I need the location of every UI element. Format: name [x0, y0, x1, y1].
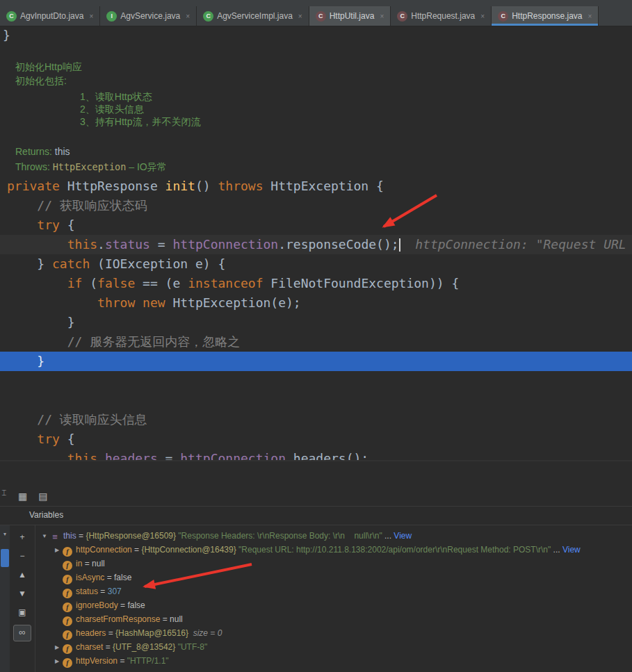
code-token — [7, 412, 37, 427]
class-icon: C — [316, 11, 326, 22]
variable-value: ... — [382, 531, 394, 541]
add-watch-button[interactable]: + — [14, 531, 31, 543]
code-token: private — [7, 179, 60, 193]
tree-chevron-icon[interactable]: ▶ — [51, 543, 63, 557]
variables-header[interactable]: Variables — [0, 506, 632, 525]
tab-AgvServiceImpl.java[interactable]: CAgvServiceImpl.java× — [197, 6, 309, 26]
tree-chevron-icon[interactable]: ▶ — [51, 655, 63, 669]
view-breakpoints-button[interactable]: ∞ — [13, 625, 31, 641]
variable-row[interactable]: ▼≡this = {HttpResponse@16509} "Response … — [35, 529, 632, 543]
remove-watch-button[interactable]: − — [14, 550, 31, 562]
code-line[interactable]: throw new HttpException(e); — [0, 293, 632, 313]
variable-row[interactable]: fisAsync = false — [35, 571, 632, 584]
class-icon: C — [203, 11, 213, 22]
variable-value: = — [82, 559, 92, 568]
variable-value: {HttpConnection@16439} — [141, 545, 238, 555]
layout-settings-icon[interactable]: ▤ — [38, 491, 47, 502]
field-icon: f — [63, 644, 72, 654]
variable-row[interactable]: ▶fhttpConnection = {HttpConnection@16439… — [35, 543, 632, 557]
code-line[interactable]: } — [0, 352, 632, 371]
tab-AgvService.java[interactable]: IAgvService.java× — [100, 6, 197, 26]
grid-view-icon[interactable]: ▦ — [18, 491, 27, 502]
variable-value: null — [92, 559, 105, 568]
code-token: . — [97, 237, 105, 252]
code-token: status — [105, 237, 150, 252]
doc-list-item: 1、读取Http状态 — [80, 90, 632, 103]
tab-label: AgvServiceImpl.java — [217, 11, 293, 21]
copy-value-button[interactable]: ▣ — [14, 606, 31, 618]
variable-value: null — [170, 614, 183, 624]
code-line[interactable]: try { — [0, 429, 632, 449]
code-line[interactable]: } catch (IOException e) { — [0, 254, 632, 274]
variable-row[interactable]: fheaders = {HashMap@16516} size = 0 — [35, 626, 632, 640]
close-tab-icon[interactable]: × — [89, 13, 93, 20]
code-line[interactable]: this.status = httpConnection.responseCod… — [0, 235, 632, 254]
code-token — [7, 432, 37, 446]
tab-label: HttpResponse.java — [512, 11, 582, 21]
variable-value: {HashMap@16516} — [115, 628, 191, 638]
code-token: = — [150, 237, 173, 252]
variable-row[interactable]: fstatus = 307 — [35, 584, 632, 598]
code-line[interactable]: } — [0, 313, 632, 332]
tab-label: AgvInputDto.java — [20, 11, 83, 21]
debug-side-buttons: +−▲▼▣∞ — [10, 525, 35, 672]
variable-name: this — [63, 531, 76, 541]
class-icon: C — [498, 11, 508, 22]
tree-chevron-icon[interactable]: ▶ — [51, 641, 63, 655]
tab-HttpResponse.java[interactable]: CHttpResponse.java× — [492, 6, 599, 26]
returns-value: this — [55, 146, 70, 157]
tool-window-edge-icon[interactable]: ⌶ — [1, 488, 6, 498]
scroll-up-button[interactable]: ▲ — [14, 568, 31, 581]
tab-label: HttpUtil.java — [330, 11, 375, 21]
tab-AgvInputDto.java[interactable]: CAgvInputDto.java× — [0, 6, 100, 26]
variable-value: = — [132, 545, 142, 555]
close-tab-icon[interactable]: × — [298, 13, 302, 20]
variable-value: false — [127, 600, 145, 610]
code-line[interactable]: // 服务器无返回内容，忽略之 — [0, 332, 632, 352]
variables-tree: ▼≡this = {HttpResponse@16509} "Response … — [35, 525, 632, 672]
tab-label: HttpRequest.java — [411, 11, 475, 21]
editor-tab-bar: CAgvInputDto.java×IAgvService.java×CAgvS… — [0, 0, 632, 26]
close-tab-icon[interactable]: × — [380, 13, 384, 20]
tab-HttpRequest.java[interactable]: CHttpRequest.java× — [391, 6, 492, 26]
code-line[interactable] — [0, 391, 632, 410]
code-token: (IOException e) { — [90, 256, 225, 271]
view-link[interactable]: View — [394, 531, 412, 541]
rendered-javadoc: 初始化Http响应 初始化包括: 1、读取Http状态2、读取头信息3、持有Ht… — [15, 60, 632, 174]
close-tab-icon[interactable]: × — [480, 13, 485, 20]
variable-value: = — [76, 531, 86, 541]
code-line[interactable]: if (false == (e instanceof FileNotFoundE… — [0, 274, 632, 293]
stripe-selected-indicator[interactable] — [1, 549, 9, 567]
chevron-down-icon[interactable]: ▾ — [0, 531, 10, 537]
code-line[interactable]: // 获取响应状态码 — [0, 196, 632, 215]
variable-value: "Response Headers: \r\nResponse Body: \r… — [178, 531, 382, 541]
code-token: HttpResponse — [60, 179, 165, 193]
variable-row[interactable]: fignoreBody = false — [35, 598, 632, 612]
code-editor[interactable]: } 初始化Http响应 初始化包括: 1、读取Http状态2、读取头信息3、持有… — [0, 26, 632, 460]
close-tab-icon[interactable]: × — [588, 13, 592, 20]
variable-value: = — [106, 628, 115, 638]
code-token: HttpException { — [263, 179, 383, 193]
code-line[interactable]: try { — [0, 215, 632, 235]
variable-row[interactable]: fin = null — [35, 557, 632, 571]
variable-row[interactable]: ▶fhttpVersion = "HTTP/1.1" — [35, 654, 632, 668]
code-token: httpConnection: "Request URL — [400, 237, 626, 252]
code-line[interactable]: this.headers = httpConnection.headers(); — [0, 449, 632, 460]
scroll-down-button[interactable]: ▼ — [14, 587, 31, 600]
code-token: } — [7, 315, 75, 329]
view-link[interactable]: View — [562, 545, 581, 555]
variable-row[interactable]: f — [35, 668, 632, 672]
close-tab-icon[interactable]: × — [186, 13, 190, 20]
code-line[interactable]: // 读取响应头信息 — [0, 410, 632, 429]
code-token: init — [165, 179, 195, 193]
code-token: // 服务器无返回内容，忽略之 — [67, 334, 241, 349]
field-icon: f — [63, 616, 72, 626]
tab-HttpUtil.java[interactable]: CHttpUtil.java× — [309, 6, 391, 26]
variable-row[interactable]: ▶fcharset = {UTF_8@13542} "UTF-8" — [35, 640, 632, 654]
variable-row[interactable]: fcharsetFromResponse = null — [35, 612, 632, 626]
code-token — [7, 295, 97, 310]
code-line[interactable]: private HttpResponse init() throws HttpE… — [0, 177, 632, 196]
code-token — [7, 334, 67, 349]
code-line[interactable] — [0, 371, 632, 391]
tree-chevron-icon[interactable]: ▼ — [39, 530, 50, 543]
